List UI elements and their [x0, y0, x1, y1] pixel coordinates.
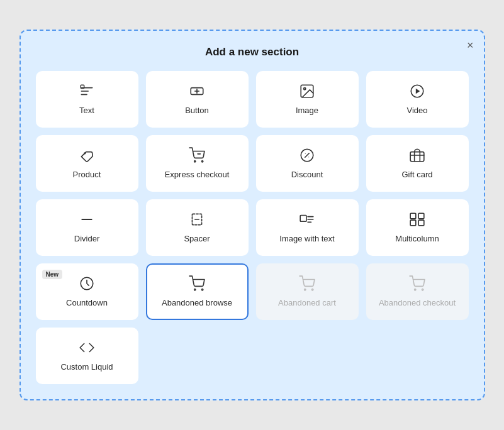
svg-point-8 — [304, 87, 306, 89]
close-button[interactable]: × — [467, 40, 474, 51]
divider-icon — [79, 211, 95, 230]
svg-rect-27 — [410, 213, 416, 219]
discount-label: Discount — [291, 170, 323, 180]
svg-rect-18 — [410, 152, 424, 161]
video-label: Video — [406, 106, 427, 116]
svg-point-34 — [305, 289, 306, 290]
custom-liquid-label: Custom Liquid — [60, 362, 113, 373]
countdown-icon — [79, 275, 95, 294]
new-badge: New — [42, 270, 63, 279]
svg-point-36 — [415, 289, 416, 290]
sections-grid: Text Button Image Video — [36, 71, 469, 384]
multicolumn-label: Multicolumn — [395, 234, 439, 245]
spacer-icon — [189, 211, 205, 230]
section-card-video[interactable]: Video — [366, 71, 469, 128]
abandoned-browse-icon — [189, 275, 205, 294]
section-card-countdown[interactable]: New Countdown — [36, 263, 138, 320]
svg-rect-23 — [300, 215, 306, 221]
section-card-custom-liquid[interactable]: Custom Liquid — [36, 328, 138, 384]
countdown-label: Countdown — [66, 298, 108, 309]
svg-marker-10 — [416, 88, 420, 94]
text-label: Text — [79, 106, 94, 116]
gift-card-label: Gift card — [401, 170, 432, 180]
section-card-spacer[interactable]: Spacer — [146, 199, 249, 256]
svg-point-33 — [202, 289, 203, 290]
section-card-button[interactable]: Button — [146, 71, 249, 128]
section-card-gift-card[interactable]: Gift card — [366, 135, 469, 192]
express-checkout-label: Express checkout — [165, 170, 230, 180]
multicolumn-icon — [409, 211, 425, 230]
image-with-text-icon — [299, 211, 315, 230]
text-icon — [79, 83, 95, 102]
section-card-abandoned-checkout: Abandoned checkout — [366, 263, 469, 320]
section-card-text[interactable]: Text — [36, 71, 138, 128]
abandoned-checkout-icon — [409, 275, 425, 294]
image-label: Image — [296, 106, 318, 116]
button-label: Button — [185, 106, 209, 116]
gift-card-icon — [409, 147, 425, 166]
section-card-image[interactable]: Image — [256, 71, 359, 128]
section-card-multicolumn[interactable]: Multicolumn — [366, 199, 469, 256]
video-icon — [409, 83, 425, 102]
section-card-discount[interactable]: Discount — [256, 135, 359, 192]
product-label: Product — [73, 170, 101, 180]
add-section-modal: Add a new section × Text Button — [20, 30, 485, 400]
svg-point-35 — [312, 289, 313, 290]
svg-point-16 — [305, 153, 306, 153]
section-card-express-checkout[interactable]: Express checkout — [146, 135, 249, 192]
modal-title: Add a new section — [205, 46, 299, 58]
section-card-abandoned-browse[interactable]: Abandoned browse — [146, 263, 249, 320]
svg-rect-28 — [418, 213, 424, 219]
image-icon — [299, 83, 315, 102]
svg-point-17 — [308, 157, 309, 157]
svg-rect-29 — [410, 220, 416, 226]
svg-point-12 — [194, 160, 196, 162]
abandoned-browse-label: Abandoned browse — [162, 298, 232, 309]
svg-rect-30 — [418, 220, 424, 226]
spacer-label: Spacer — [184, 234, 210, 245]
product-icon — [79, 147, 95, 166]
divider-label: Divider — [74, 234, 99, 245]
svg-point-11 — [84, 152, 86, 154]
section-card-divider[interactable]: Divider — [36, 199, 138, 256]
button-icon — [189, 83, 205, 102]
discount-icon — [299, 147, 315, 166]
modal-header: Add a new section — [36, 46, 469, 58]
svg-point-13 — [202, 160, 203, 162]
section-card-abandoned-cart: Abandoned cart — [256, 263, 359, 320]
svg-point-37 — [422, 289, 423, 290]
section-card-product[interactable]: Product — [36, 135, 138, 192]
image-with-text-label: Image with text — [279, 234, 334, 245]
svg-point-32 — [194, 289, 196, 290]
abandoned-checkout-label: Abandoned checkout — [379, 298, 456, 309]
custom-liquid-icon — [79, 339, 95, 358]
abandoned-cart-icon — [299, 275, 315, 294]
express-checkout-icon — [189, 147, 205, 166]
section-card-image-with-text[interactable]: Image with text — [256, 199, 359, 256]
abandoned-cart-label: Abandoned cart — [278, 298, 336, 309]
modal-backdrop: Add a new section × Text Button — [0, 0, 504, 430]
